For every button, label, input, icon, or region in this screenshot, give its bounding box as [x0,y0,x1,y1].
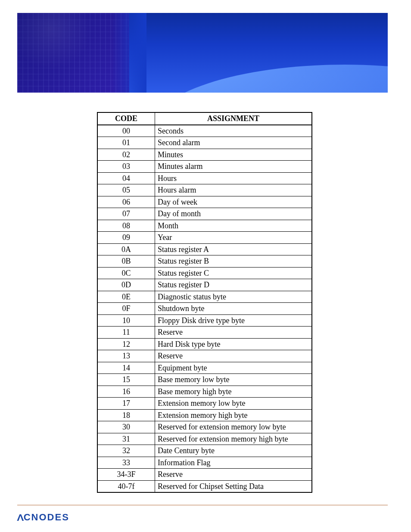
header-assignment: ASSIGNMENT [155,112,312,125]
cell-code: 0F [97,303,155,315]
cell-code: 12 [97,338,155,350]
cell-code: 01 [97,137,155,149]
cell-code: 07 [97,208,155,220]
table-row: 0EDiagnostic status byte [97,291,312,303]
cell-code: 17 [97,398,155,410]
cell-assignment: Shutdown byte [155,303,312,315]
cell-code: 0B [97,255,155,268]
cell-code: 04 [97,172,155,184]
table-row: 34-3FReserve [97,469,312,481]
table-row: 31Reserved for extension memory high byt… [97,433,312,445]
cell-code: 06 [97,196,155,208]
cell-assignment: Information Flag [155,457,312,469]
cell-code: 30 [97,421,155,433]
brand-logo: ΛCNODES [17,512,69,523]
page: CODE ASSIGNMENT 00Seconds 01Second alarm… [0,0,411,532]
footer-rule [17,505,388,505]
cell-assignment: Status register A [155,243,312,255]
table-row: 09Year [97,232,312,244]
cell-code: 11 [97,327,155,339]
table-header-row: CODE ASSIGNMENT [97,112,312,125]
cell-assignment: Floppy Disk drive type byte [155,314,312,327]
cell-assignment: Reserved for extension memory high byte [155,433,312,445]
table-row: 13Reserve [97,350,312,362]
cell-assignment: Extension memory low byte [155,398,312,410]
cell-assignment: Hours [155,172,312,184]
cell-assignment: Status register C [155,267,312,279]
cell-assignment: Minutes [155,149,312,161]
table-row: 0AStatus register A [97,243,312,255]
cell-assignment: Hard Disk type byte [155,338,312,350]
cell-assignment: Reserved for Chipset Setting Data [155,480,312,492]
cell-code: 13 [97,350,155,362]
cell-assignment: Date Century byte [155,445,312,457]
cell-assignment: Reserve [155,327,312,339]
table-row: 16Base memory high byte [97,386,312,398]
table-row: 00Seconds [97,125,312,137]
table-row: 14Equipment byte [97,362,312,374]
cell-assignment: Minutes alarm [155,161,312,173]
cell-code: 31 [97,433,155,445]
table-row: 12Hard Disk type byte [97,338,312,350]
cell-code: 40-7f [97,480,155,492]
cell-code: 32 [97,445,155,457]
cell-assignment: Status register B [155,255,312,268]
cell-code: 15 [97,374,155,386]
table-row: 02Minutes [97,149,312,161]
table-row: 33Information Flag [97,457,312,469]
table-row: 10Floppy Disk drive type byte [97,314,312,327]
cell-code: 00 [97,125,155,137]
table-row: 05Hours alarm [97,184,312,196]
cell-assignment: Base memory low byte [155,374,312,386]
cell-assignment: Second alarm [155,137,312,149]
cell-assignment: Reserve [155,469,312,481]
cell-code: 14 [97,362,155,374]
cell-code: 03 [97,161,155,173]
table-row: 0CStatus register C [97,267,312,279]
table-row: 06Day of week [97,196,312,208]
cell-code: 0D [97,279,155,291]
cell-code: 0A [97,243,155,255]
header-pcb-art [17,13,129,93]
table-row: 40-7fReserved for Chipset Setting Data [97,480,312,492]
cell-code: 10 [97,314,155,327]
cell-code: 33 [97,457,155,469]
cell-assignment: Month [155,220,312,232]
table-row: 0BStatus register B [97,255,312,268]
cell-code: 18 [97,409,155,421]
cell-code: 09 [97,232,155,244]
cell-assignment: Extension memory high byte [155,409,312,421]
cell-code: 0E [97,291,155,303]
code-assignment-table: CODE ASSIGNMENT 00Seconds 01Second alarm… [97,112,312,493]
cell-assignment: Base memory high byte [155,386,312,398]
cell-assignment: Year [155,232,312,244]
cell-assignment: Diagnostic status byte [155,291,312,303]
cell-assignment: Hours alarm [155,184,312,196]
table-row: 17Extension memory low byte [97,398,312,410]
cell-code: 05 [97,184,155,196]
table-row: 15Base memory low byte [97,374,312,386]
table-row: 07Day of month [97,208,312,220]
table-row: 30Reserved for extension memory low byte [97,421,312,433]
cell-assignment: Seconds [155,125,312,137]
table-row: 0FShutdown byte [97,303,312,315]
header-banner [17,13,388,93]
table-row: 0DStatus register D [97,279,312,291]
table-row: 18Extension memory high byte [97,409,312,421]
header-code: CODE [97,112,155,125]
cell-code: 08 [97,220,155,232]
cell-assignment: Day of month [155,208,312,220]
header-curve [151,65,388,93]
cell-code: 02 [97,149,155,161]
brand-text: CNODES [24,512,69,523]
brand-caret-icon: Λ [17,512,25,523]
cell-code: 16 [97,386,155,398]
cell-assignment: Reserve [155,350,312,362]
table-body: 00Seconds 01Second alarm 02Minutes 03Min… [97,125,312,493]
cell-code: 0C [97,267,155,279]
code-table-wrap: CODE ASSIGNMENT 00Seconds 01Second alarm… [97,112,312,493]
table-row: 04Hours [97,172,312,184]
table-row: 01Second alarm [97,137,312,149]
cell-code: 34-3F [97,469,155,481]
cell-assignment: Status register D [155,279,312,291]
